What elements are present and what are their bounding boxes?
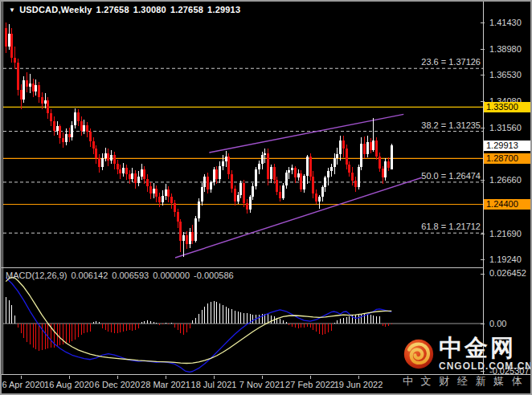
candle-body bbox=[158, 197, 161, 202]
candle-body bbox=[80, 121, 83, 131]
candle-body bbox=[29, 83, 31, 87]
macd-value-zero: 0.000000 bbox=[153, 271, 190, 280]
fib-level-label: 50.0 = 1.26474 bbox=[421, 171, 481, 181]
candle-body bbox=[95, 149, 97, 158]
date-tick bbox=[310, 376, 311, 379]
date-tick bbox=[262, 376, 263, 379]
candle-body bbox=[372, 140, 374, 149]
candle-body bbox=[53, 121, 55, 131]
watermark-domain: CNGOLD.COM.CN bbox=[439, 360, 532, 372]
price-axis-label: 1.38980 bbox=[489, 45, 522, 54]
candle-body bbox=[219, 166, 221, 179]
axis-tick bbox=[481, 324, 485, 324]
price-axis[interactable]: 0.026452 0.00 -0.025307 1.414301.389801.… bbox=[484, 2, 532, 375]
candle-body bbox=[10, 34, 13, 57]
candle-body bbox=[207, 177, 209, 189]
candle-body bbox=[143, 169, 145, 179]
price-chart-canvas[interactable]: 23.6 = 1.3712638.2 = 1.3123550.0 = 1.264… bbox=[3, 2, 483, 268]
candle-body bbox=[71, 125, 73, 137]
candle-body bbox=[288, 170, 290, 173]
candle-body bbox=[146, 179, 149, 186]
candle-body bbox=[351, 173, 354, 181]
candle-body bbox=[56, 126, 59, 130]
date-label: 7 Nov 2021 bbox=[239, 380, 284, 389]
macd-axis-zero: 0.00 bbox=[489, 320, 506, 328]
candle-body bbox=[264, 153, 266, 156]
axis-tick bbox=[481, 22, 485, 23]
price-chart-panel[interactable]: 23.6 = 1.3712638.2 = 1.3123550.0 = 1.264… bbox=[3, 2, 483, 268]
symbol-dropdown-icon[interactable]: ▼ bbox=[9, 6, 15, 14]
axis-tick bbox=[481, 180, 485, 181]
panel-divider[interactable] bbox=[2, 267, 484, 268]
candle-body bbox=[231, 174, 233, 188]
candle-body bbox=[249, 197, 252, 210]
candle-body bbox=[92, 141, 95, 149]
axis-tick bbox=[481, 49, 485, 50]
candle-body bbox=[155, 189, 158, 198]
chart-title: ▼USDCAD,Weekly1.276581.300801.276581.299… bbox=[9, 5, 240, 14]
ohlc-open: 1.27658 bbox=[96, 5, 129, 14]
candle-body bbox=[222, 161, 224, 165]
symbol-period-label: USDCAD,Weekly bbox=[19, 5, 92, 14]
candle-body bbox=[179, 222, 182, 241]
candle-body bbox=[309, 157, 312, 177]
fib-level-label: 61.8 = 1.21712 bbox=[421, 222, 481, 231]
candle-body bbox=[375, 140, 378, 156]
candle-body bbox=[117, 164, 119, 169]
date-tick bbox=[117, 376, 118, 379]
candle-body bbox=[198, 202, 200, 218]
macd-value-main: 0.006142 bbox=[71, 271, 108, 280]
candle-body bbox=[346, 149, 348, 165]
candle-body bbox=[5, 28, 7, 47]
date-label: 26 Apr 2020 bbox=[0, 380, 45, 389]
ohlc-high: 1.30080 bbox=[133, 5, 166, 14]
candle-body bbox=[182, 235, 185, 241]
candle-body bbox=[318, 197, 321, 201]
candle-body bbox=[23, 80, 25, 100]
candle-body bbox=[348, 165, 350, 172]
price-level-tag: 1.29913 bbox=[484, 140, 530, 151]
candle-body bbox=[177, 212, 179, 222]
candle-body bbox=[50, 113, 52, 120]
axis-tick bbox=[481, 234, 485, 234]
candle-body bbox=[17, 63, 19, 91]
macd-value-signal: 0.006593 bbox=[112, 271, 149, 280]
candle-body bbox=[291, 168, 293, 170]
date-tick bbox=[214, 376, 215, 379]
candle-body bbox=[239, 183, 242, 195]
date-tick bbox=[166, 376, 166, 379]
date-tick bbox=[69, 376, 70, 379]
chart-left-border bbox=[2, 2, 3, 374]
candle-body bbox=[44, 100, 47, 104]
price-axis-label: 1.36530 bbox=[489, 71, 522, 79]
candle-body bbox=[131, 173, 133, 179]
date-label: 19 Jun 2022 bbox=[334, 380, 383, 389]
channel-trendline bbox=[175, 177, 422, 258]
price-axis-label: 1.26660 bbox=[489, 176, 522, 185]
candle-body bbox=[68, 134, 71, 137]
candle-body bbox=[125, 168, 128, 174]
candle-body bbox=[330, 167, 333, 171]
macd-name: MACD(12,26,9) bbox=[6, 271, 67, 280]
candles-group bbox=[5, 22, 393, 257]
candle-body bbox=[107, 153, 109, 161]
macd-value-hist: -0.000586 bbox=[194, 271, 234, 280]
axis-tick bbox=[481, 75, 485, 75]
date-label: 27 Feb 2022 bbox=[285, 380, 335, 389]
candle-body bbox=[285, 173, 288, 185]
chart-window: 23.6 = 1.3712638.2 = 1.3123550.0 = 1.264… bbox=[0, 0, 532, 395]
price-level-tag: 1.24400 bbox=[484, 199, 530, 210]
candle-body bbox=[282, 185, 284, 198]
date-label: 28 Mar 2021 bbox=[141, 380, 190, 389]
candle-body bbox=[167, 189, 170, 197]
candle-body bbox=[366, 142, 369, 154]
price-axis-label: 1.19240 bbox=[489, 255, 522, 264]
candle-body bbox=[279, 192, 281, 198]
candle-body bbox=[41, 97, 43, 104]
candle-body bbox=[358, 167, 360, 187]
candle-body bbox=[174, 203, 176, 212]
candle-body bbox=[86, 125, 88, 132]
candle-body bbox=[191, 232, 194, 241]
axis-tick bbox=[481, 259, 485, 260]
candle-body bbox=[170, 197, 173, 203]
